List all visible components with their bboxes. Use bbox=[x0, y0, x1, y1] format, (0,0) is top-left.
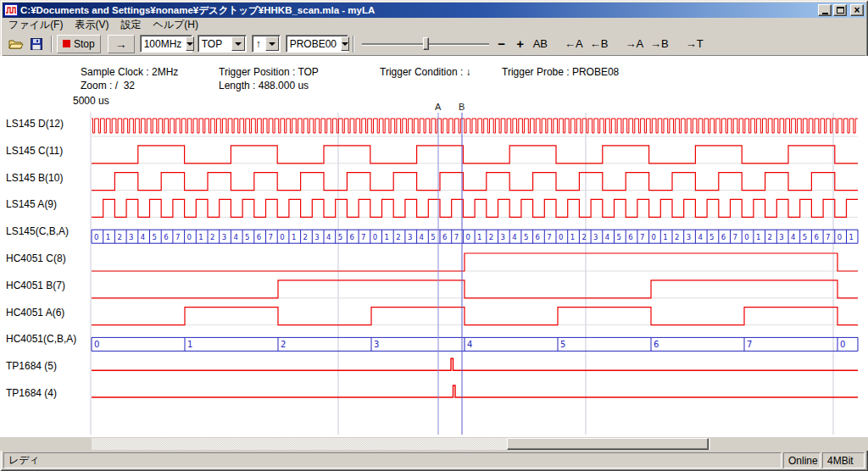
move-b-left-button[interactable]: ←B bbox=[587, 35, 612, 53]
pulse-trace bbox=[92, 385, 858, 397]
waveform-area[interactable]: 0123456701234567012345670123456701234567… bbox=[0, 56, 868, 437]
digital-trace bbox=[92, 308, 858, 325]
bus-value: 0 bbox=[280, 233, 284, 241]
menu-view[interactable]: 表示(V) bbox=[69, 17, 114, 33]
trigger-position-value: TOP bbox=[198, 38, 231, 50]
bus-value: 7 bbox=[269, 233, 273, 241]
bus-value: 1 bbox=[756, 233, 760, 241]
bus-value: 2 bbox=[675, 233, 679, 241]
bus-value: 1 bbox=[663, 233, 667, 241]
bus-value: 3 bbox=[408, 233, 412, 241]
bus-value: 5 bbox=[617, 233, 621, 241]
bus-value: 1 bbox=[385, 233, 389, 241]
titlebar[interactable]: C:¥Documents and Settings¥noname¥デスクトップ¥… bbox=[3, 3, 865, 18]
bus-value: 3 bbox=[314, 233, 319, 241]
menu-settings[interactable]: 設定 bbox=[114, 17, 147, 33]
chevron-down-icon[interactable] bbox=[231, 36, 245, 51]
bus-value: 3 bbox=[501, 233, 505, 241]
move-a-left-button[interactable]: ←A bbox=[561, 35, 587, 53]
ab-cursors-button[interactable]: AB bbox=[530, 35, 551, 53]
move-b-right-button[interactable]: →B bbox=[647, 35, 672, 53]
zoom-slider[interactable] bbox=[362, 36, 489, 53]
bus-value: 6 bbox=[536, 233, 540, 241]
bus-value: 5 bbox=[431, 233, 435, 241]
bus-value: 6 bbox=[442, 233, 447, 241]
bus-value: 7 bbox=[361, 233, 365, 241]
maximize-button[interactable] bbox=[833, 4, 847, 16]
bus-value: 0 bbox=[837, 233, 842, 241]
bus-value: 6 bbox=[721, 233, 726, 241]
bus-value: 2 bbox=[117, 233, 121, 241]
bus-value: 4 bbox=[605, 233, 609, 241]
digital-trace bbox=[92, 280, 858, 298]
chevron-down-icon[interactable] bbox=[186, 36, 194, 51]
stop-icon bbox=[63, 40, 70, 47]
app-window: C:¥Documents and Settings¥noname¥デスクトップ¥… bbox=[0, 0, 868, 471]
bus-value: 2 bbox=[768, 233, 772, 241]
close-button[interactable]: × bbox=[850, 4, 864, 16]
bus-value: 1 bbox=[198, 233, 203, 241]
trigger-edge-select[interactable]: ↑ bbox=[252, 35, 281, 53]
bus-value: 7 bbox=[640, 233, 644, 241]
minimize-button[interactable] bbox=[818, 4, 832, 16]
bus-value: 2 bbox=[303, 233, 308, 241]
bus-value: 6 bbox=[164, 233, 168, 241]
menu-help[interactable]: ヘルプ(H) bbox=[147, 17, 204, 33]
waveform-workspace: Sample Clock : 2MHz Trigger Position : T… bbox=[0, 56, 868, 437]
status-memory: 4MBit bbox=[822, 452, 865, 468]
bus-value: 5 bbox=[245, 233, 249, 241]
run-button[interactable]: → bbox=[108, 35, 135, 53]
floppy-icon bbox=[31, 38, 42, 50]
bus-value: 0 bbox=[94, 340, 99, 349]
bus-value: 4 bbox=[698, 233, 702, 241]
app-icon bbox=[4, 4, 18, 16]
bus-value: 2 bbox=[581, 233, 586, 241]
sample-clock-select[interactable]: 100MHz bbox=[140, 35, 192, 53]
bus-value: 2 bbox=[489, 233, 493, 241]
stop-button[interactable]: Stop bbox=[57, 35, 101, 53]
bus-value: 6 bbox=[257, 233, 261, 241]
stop-label: Stop bbox=[74, 38, 95, 50]
trigger-probe-select[interactable]: PROBE00 bbox=[286, 35, 348, 53]
bus-value: 0 bbox=[465, 233, 470, 241]
bus-value: 5 bbox=[338, 233, 342, 241]
digital-trace bbox=[92, 199, 858, 217]
bus-value: 0 bbox=[187, 233, 192, 241]
bus-value: 4 bbox=[233, 233, 237, 241]
move-a-right-button[interactable]: →A bbox=[621, 35, 647, 53]
bus-value: 7 bbox=[747, 340, 752, 349]
cursor-label-b: B bbox=[459, 102, 465, 112]
bus-value: 5 bbox=[709, 233, 714, 241]
bus-value: 6 bbox=[654, 340, 659, 349]
horizontal-scrollbar[interactable] bbox=[92, 438, 710, 450]
trigger-position-select[interactable]: TOP bbox=[198, 35, 247, 53]
zoom-slider-thumb[interactable] bbox=[423, 37, 429, 50]
open-button[interactable] bbox=[6, 35, 26, 53]
open-folder-icon bbox=[8, 38, 24, 50]
go-to-trigger-button[interactable]: →T bbox=[682, 35, 707, 53]
bus-value: 3 bbox=[593, 233, 598, 241]
cursor-label-a: A bbox=[435, 102, 442, 112]
zoom-out-button[interactable]: − bbox=[492, 35, 511, 53]
bus-value: 3 bbox=[374, 340, 379, 349]
menu-file[interactable]: ファイル(F) bbox=[3, 17, 69, 33]
chevron-down-icon[interactable] bbox=[341, 36, 349, 51]
chevron-down-icon[interactable] bbox=[265, 36, 279, 51]
zoom-in-button[interactable]: + bbox=[511, 35, 530, 53]
bus-value: 1 bbox=[849, 233, 854, 241]
bus-value: 7 bbox=[175, 233, 180, 241]
window-title: C:¥Documents and Settings¥noname¥デスクトップ¥… bbox=[20, 4, 818, 17]
minimize-icon bbox=[822, 13, 828, 14]
horizontal-scrollbar-thumb[interactable] bbox=[507, 438, 709, 450]
bus-value: 3 bbox=[687, 233, 691, 241]
bus-value: 4 bbox=[467, 340, 472, 349]
bus-value: 0 bbox=[559, 233, 563, 241]
bus-value: 2 bbox=[281, 340, 286, 349]
window-controls: × bbox=[818, 4, 864, 16]
pulse-trace bbox=[92, 358, 858, 370]
bus-value: 1 bbox=[477, 233, 481, 241]
bus-value: 2 bbox=[210, 233, 214, 241]
bus-value: 0 bbox=[94, 233, 98, 241]
save-button[interactable] bbox=[26, 35, 47, 53]
digital-trace bbox=[92, 173, 858, 191]
